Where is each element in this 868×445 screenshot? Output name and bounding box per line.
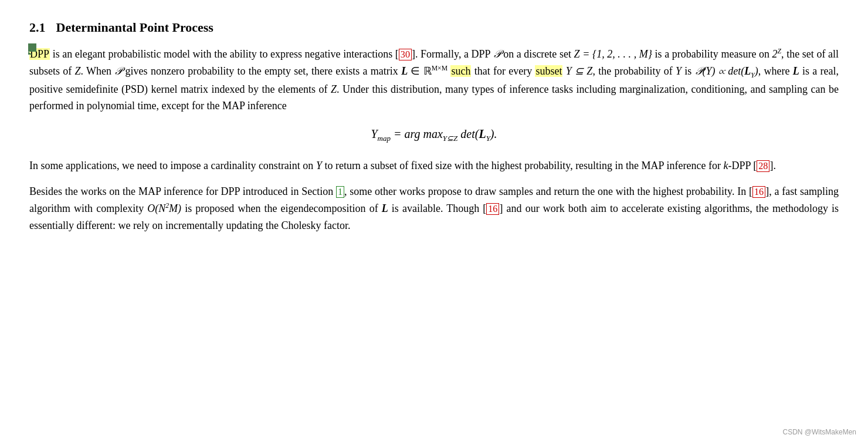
paragraph-2-text: In some applications, we need to impose … xyxy=(29,157,839,174)
ref-28: 28 xyxy=(757,160,769,172)
math-p2: 𝒫 xyxy=(114,65,122,77)
such-word: such xyxy=(450,65,471,77)
ref-16b: 16 xyxy=(486,203,499,215)
paragraph-1: DPP is an elegant probabilistic model wi… xyxy=(29,46,839,114)
math-L3: L xyxy=(382,203,388,214)
paragraph-1-text: DPP is an elegant probabilistic model wi… xyxy=(29,46,839,114)
ref-1: 1 xyxy=(336,186,344,198)
math-z2: Z xyxy=(331,83,337,95)
math-complexity: O(N2M) xyxy=(147,203,181,214)
math-Y-subset: Y ⊆ Z xyxy=(566,65,593,77)
math-Y2: Y xyxy=(316,160,322,171)
math-p: 𝒫 xyxy=(493,48,501,60)
section-heading: 2.1 Determinantal Point Process xyxy=(29,18,839,38)
equation-text: Ymap = arg maxY⊆Z det(LY). xyxy=(371,127,497,140)
ref-16a: 16 xyxy=(752,186,765,198)
section-title: Determinantal Point Process xyxy=(56,18,213,38)
math-z-set: Z = {1, 2, . . . , M} xyxy=(574,48,652,60)
math-kdpp: k xyxy=(723,160,728,171)
math-Y: Y xyxy=(676,65,681,77)
math-2z: 2Z xyxy=(772,48,782,60)
paragraph-3-text: Besides the works on the MAP inference f… xyxy=(29,183,839,234)
math-z: Z xyxy=(75,65,81,77)
ref-30: 30 xyxy=(399,49,412,60)
annotation-flag xyxy=(28,43,36,52)
section-number: 2.1 xyxy=(29,18,46,38)
math-L: L xyxy=(401,65,408,77)
subset-word: subset xyxy=(535,65,562,77)
display-equation: Ymap = arg maxY⊆Z det(LY). xyxy=(29,125,839,144)
math-L2: L xyxy=(793,65,799,77)
watermark: CSDN @WitsMakeMen xyxy=(782,427,856,438)
math-prob: 𝒫(Y) ∝ det(LY) xyxy=(695,65,758,77)
